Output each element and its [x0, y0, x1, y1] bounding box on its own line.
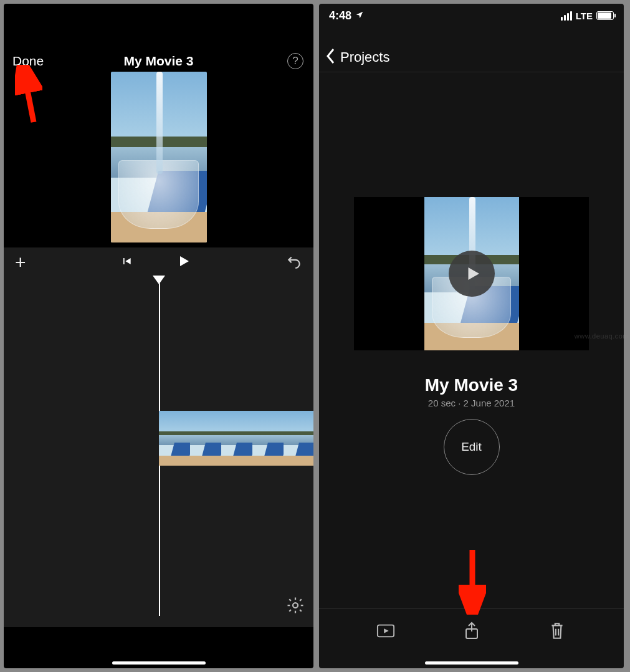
play-fullscreen-button[interactable] — [367, 622, 404, 640]
back-button[interactable] — [325, 47, 336, 67]
watermark: www.deuaq.com — [575, 332, 629, 340]
share-button[interactable] — [453, 622, 490, 640]
skip-back-icon — [120, 255, 133, 267]
carrier-label: LTE — [576, 11, 593, 21]
timeline[interactable] — [4, 277, 313, 627]
delete-button[interactable] — [538, 622, 576, 640]
undo-button[interactable] — [286, 253, 302, 272]
clip-strip[interactable] — [159, 411, 314, 466]
play-icon — [464, 264, 482, 283]
project-title: My Movie 3 — [123, 54, 193, 69]
video-preview[interactable] — [111, 72, 207, 242]
play-icon — [176, 254, 191, 269]
transport-bar: + — [4, 247, 313, 277]
preview-area — [4, 70, 313, 244]
help-button[interactable]: ? — [287, 53, 303, 69]
play-overlay-button[interactable] — [449, 251, 495, 297]
bottom-toolbar — [319, 608, 624, 652]
add-media-button[interactable]: + — [15, 252, 26, 273]
nav-title[interactable]: Projects — [340, 49, 389, 65]
playhead-marker-icon — [153, 276, 165, 284]
editor-screen: Done My Movie 3 ? + — [4, 4, 313, 668]
done-button[interactable]: Done — [12, 54, 44, 69]
battery-icon — [596, 11, 614, 20]
edit-button[interactable]: Edit — [444, 419, 500, 475]
share-icon — [462, 622, 481, 640]
signal-icon — [561, 11, 572, 21]
settings-button[interactable] — [286, 596, 305, 617]
project-preview[interactable] — [354, 197, 589, 350]
chevron-left-icon — [325, 47, 336, 65]
annotation-arrow — [459, 546, 486, 615]
project-title: My Movie 3 — [319, 375, 624, 395]
gear-icon — [286, 596, 305, 615]
play-button[interactable] — [176, 254, 191, 271]
project-subtitle: 20 sec · 2 June 2021 — [319, 398, 624, 408]
svg-point-0 — [293, 603, 298, 608]
trash-icon — [548, 622, 566, 640]
home-indicator[interactable] — [425, 661, 518, 665]
status-time: 4:48 — [329, 9, 351, 22]
home-indicator[interactable] — [112, 661, 206, 665]
skip-back-button[interactable] — [120, 255, 133, 270]
location-icon — [355, 9, 364, 22]
nav-bar: Projects — [319, 42, 624, 72]
play-rect-icon — [376, 622, 395, 640]
status-bar: 4:48 LTE — [319, 4, 624, 27]
undo-icon — [286, 253, 302, 269]
